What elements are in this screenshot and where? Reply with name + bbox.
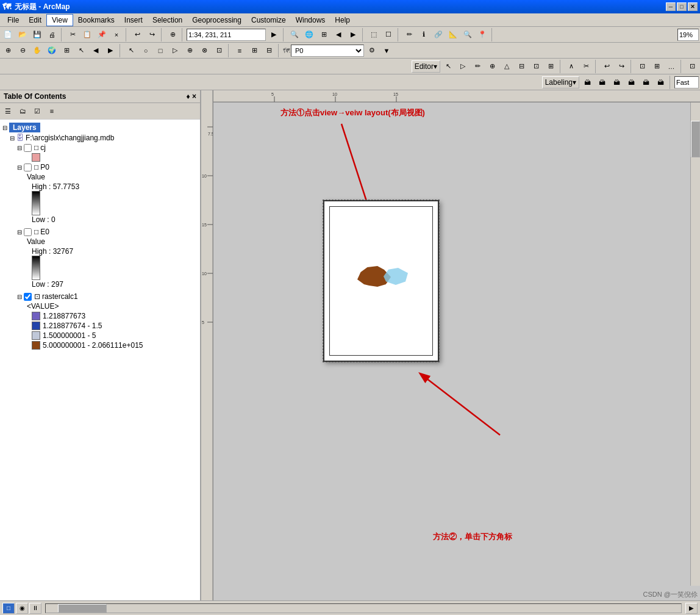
zoom-out-button[interactable]: ⊖ — [16, 44, 29, 57]
clear-selection-button[interactable]: ☐ — [382, 28, 395, 41]
layout-view-btn[interactable]: □ — [2, 603, 15, 614]
add-data-button[interactable]: ⊕ — [166, 28, 179, 41]
back-button[interactable]: ◀ — [332, 28, 345, 41]
go-scale-button[interactable]: ▶ — [267, 28, 280, 41]
layer-settings-btn[interactable]: ⚙ — [365, 44, 379, 57]
layer-toggle-btn[interactable]: ▼ — [380, 44, 393, 57]
menu-bookmarks[interactable]: Bookmarks — [73, 15, 120, 26]
tool4[interactable]: ▷ — [168, 44, 182, 57]
h-scrollbar-thumb[interactable] — [58, 604, 107, 613]
menu-view[interactable]: View — [46, 14, 73, 26]
tool5[interactable]: ⊕ — [183, 44, 196, 57]
editor-tool10[interactable]: ✂ — [579, 60, 593, 73]
goto-xy-button[interactable]: 📍 — [476, 28, 489, 41]
editor-tool12[interactable]: ↪ — [615, 60, 628, 73]
redo-button[interactable]: ↪ — [145, 28, 159, 41]
maximize-button[interactable]: □ — [677, 2, 687, 11]
labeling-dropdown[interactable]: Labeling▾ — [542, 76, 579, 88]
e0-checkbox[interactable] — [24, 228, 32, 236]
previous-extent-button[interactable]: ◀ — [89, 44, 102, 57]
tool7[interactable]: ⊡ — [212, 44, 226, 57]
cut-button[interactable]: ✂ — [66, 28, 79, 41]
editor-tool7[interactable]: ⊡ — [529, 60, 543, 73]
fast-label[interactable] — [674, 76, 699, 88]
next-extent-button[interactable]: ▶ — [104, 44, 117, 57]
layer-dropdown[interactable]: P0 — [291, 45, 364, 57]
label-tool1[interactable]: 🏔 — [580, 76, 594, 89]
earth-button[interactable]: 🌍 — [45, 44, 59, 57]
select-features-button[interactable]: ⬚ — [367, 28, 380, 41]
minimize-button[interactable]: ─ — [666, 2, 676, 11]
label-tool6[interactable]: 🏔 — [654, 76, 667, 89]
measure-button[interactable]: 📐 — [446, 28, 460, 41]
tool9[interactable]: ⊞ — [248, 44, 261, 57]
toc-pin[interactable]: ♦ × — [187, 92, 196, 101]
hyperlink-button[interactable]: 🔗 — [432, 28, 445, 41]
scale-input[interactable] — [187, 29, 266, 41]
close-button[interactable]: ✕ — [688, 2, 698, 11]
raster-expand-icon[interactable]: ⊟ — [17, 293, 22, 300]
horizontal-scrollbar[interactable] — [45, 603, 682, 613]
magnifier-button[interactable]: 🔍 — [288, 28, 301, 41]
globe-button[interactable]: 🌐 — [302, 28, 316, 41]
editor-tool11[interactable]: ↩ — [600, 60, 613, 73]
toc-selection-view[interactable]: ☑ — [30, 104, 44, 118]
tool3[interactable]: □ — [154, 44, 167, 57]
raster-checkbox[interactable] — [24, 293, 32, 301]
p0-checkbox[interactable] — [24, 164, 32, 171]
menu-file[interactable]: File — [2, 15, 24, 26]
zoom-in-button[interactable]: ⊕ — [1, 44, 15, 57]
label-tool4[interactable]: 🏔 — [624, 76, 638, 89]
editor-tool14[interactable]: ⊞ — [650, 60, 663, 73]
editor-tool4[interactable]: ⊕ — [485, 60, 499, 73]
scrollbar-thumb[interactable] — [691, 121, 700, 157]
delete-button[interactable]: × — [110, 28, 123, 41]
editor-tool3[interactable]: ✏ — [471, 60, 484, 73]
zoom-percent-btn[interactable] — [663, 28, 676, 41]
label-tool2[interactable]: 🏔 — [595, 76, 609, 89]
copy-button[interactable]: 📋 — [80, 28, 94, 41]
new-button[interactable]: 📄 — [1, 28, 15, 41]
toc-list-view[interactable]: ☰ — [1, 104, 15, 118]
cj-checkbox[interactable] — [24, 144, 32, 152]
menu-geoprocessing[interactable]: Geoprocessing — [187, 15, 246, 26]
menu-selection[interactable]: Selection — [148, 15, 187, 26]
tool6[interactable]: ⊗ — [198, 44, 211, 57]
zoom-input[interactable] — [677, 29, 699, 41]
database-expand-icon[interactable]: ⊟ — [10, 135, 15, 142]
forward-button[interactable]: ▶ — [346, 28, 360, 41]
editor-tool8[interactable]: ⊞ — [544, 60, 557, 73]
paste-button[interactable]: 📌 — [95, 28, 109, 41]
scroll-right-btn[interactable]: ▶ — [685, 603, 698, 614]
zoom-extent-button[interactable]: ⊞ — [60, 44, 73, 57]
tool10[interactable]: ⊟ — [262, 44, 276, 57]
find-button[interactable]: 🔍 — [461, 28, 474, 41]
open-button[interactable]: 📂 — [16, 28, 29, 41]
cj-expand-icon[interactable]: ⊟ — [17, 145, 22, 151]
select-arrow-button[interactable]: ↖ — [74, 44, 88, 57]
menu-insert[interactable]: Insert — [120, 15, 148, 26]
editor-tools[interactable]: ✏ — [402, 28, 416, 41]
data-view-btn[interactable]: ◉ — [16, 603, 28, 614]
e0-expand-icon[interactable]: ⊟ — [17, 229, 22, 236]
toc-source-view[interactable]: 🗂 — [16, 104, 29, 118]
layers-expand-icon[interactable]: ⊟ — [2, 124, 7, 131]
editor-tool6[interactable]: ⊟ — [515, 60, 528, 73]
editor-tool15[interactable]: … — [665, 60, 678, 73]
full-extent-button[interactable]: ⊞ — [317, 28, 330, 41]
menu-windows[interactable]: Windows — [291, 15, 330, 26]
editor-tool2[interactable]: ▷ — [456, 60, 470, 73]
pause-btn[interactable]: ⏸ — [29, 603, 41, 614]
editor-tool5[interactable]: △ — [500, 60, 513, 73]
arrow-tool[interactable]: ↖ — [124, 44, 138, 57]
label-tool5[interactable]: 🏔 — [639, 76, 652, 89]
toc-options[interactable]: ≡ — [45, 104, 59, 118]
vertical-scrollbar[interactable] — [690, 103, 700, 586]
pan-button[interactable]: ✋ — [30, 44, 44, 57]
undo-button[interactable]: ↩ — [130, 28, 144, 41]
editor-dropdown[interactable]: Editor▾ — [412, 60, 440, 73]
p0-expand-icon[interactable]: ⊟ — [17, 164, 22, 171]
print-button[interactable]: 🖨 — [45, 28, 59, 41]
label-tool3[interactable]: 🏔 — [610, 76, 623, 89]
editor-tool1[interactable]: ↖ — [441, 60, 455, 73]
